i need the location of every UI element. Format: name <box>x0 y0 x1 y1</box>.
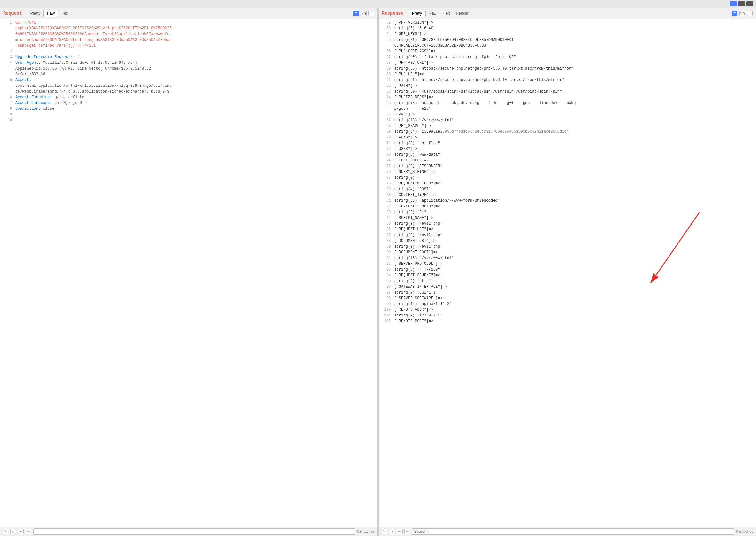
request-forward-icon[interactable]: → <box>25 529 31 534</box>
resp-line-97: 97 string(7) "CGI/1.1" <box>379 290 756 296</box>
request-gear-icon[interactable]: ⚙ <box>10 529 16 534</box>
request-line-7: 7 Accept-Language: zh-CN,zh;q=0.9 <box>0 101 378 107</box>
request-tab-bar: Pretty Raw Hex ≡ \n ⋮ <box>27 10 374 17</box>
request-line-5: 5 Accept: <box>0 78 378 84</box>
resp-line-77: 77 string(0) "" <box>379 176 756 181</box>
tab-request-pretty[interactable]: Pretty <box>27 10 43 17</box>
resp-line-96: 96 ["GATEWAY_INTERFACE"]=> <box>379 285 756 290</box>
resp-line-98: 98 ["SERVER_SOFTWARE"]=> <box>379 296 756 302</box>
tab-response-render[interactable]: Render <box>453 10 472 17</box>
resp-line-74: 74 ["FCGI_ROLE"]=> <box>379 158 756 164</box>
request-line-1e: _dump(get_defined_vars()); HTTP/1.1 <box>0 43 378 49</box>
request-help-icon[interactable]: ? <box>3 529 8 534</box>
resp-line-92: 92 ["SERVER_PROTOCOL"]=> <box>379 262 756 267</box>
format-icon[interactable]: ≡ <box>353 11 359 16</box>
resp-line-80a: 80 string(4) "POST" <box>379 187 756 193</box>
tab-response-raw[interactable]: Raw <box>426 10 440 17</box>
response-forward-icon[interactable]: → <box>405 529 410 534</box>
resp-line-91: 91 string(13) "/var/www/html" <box>379 256 756 262</box>
resp-line-66: 66 ["PWD"]=> <box>379 112 756 118</box>
response-header: Response Pretty Raw Hex Render ≡ \n ⋮ <box>379 8 756 19</box>
request-line-9: 9 <box>0 112 378 118</box>
resp-line-99: 99 string(12) "nginx/1.14.2" <box>379 302 756 308</box>
resp-line-59: 59 string(65) "https://secure.php.net/ge… <box>379 66 756 72</box>
request-line-6: 6 Accept-Encoding: gzip, deflate <box>0 95 378 101</box>
request-matches-label: 0 matches <box>357 529 375 534</box>
view-toggle-btn-2[interactable] <box>738 1 745 6</box>
resp-line-83: 83 string(2) "31" <box>379 210 756 216</box>
resp-line-53: 53 string(6) "5.6.40" <box>379 26 756 32</box>
resp-line-65b: pkgconf re2c" <box>379 107 756 112</box>
resp-line-70: 70 ["FLAG"]=> <box>379 135 756 141</box>
resp-line-88: 88 ["DOCUMENT_URI"]=> <box>379 239 756 244</box>
resp-line-76: 76 ["QUERY_STRING"]=> <box>379 170 756 176</box>
resp-line-54: 54 ["GPG_KEYS"]=> <box>379 32 756 38</box>
tab-request-hex[interactable]: Hex <box>58 10 71 17</box>
request-bottom-bar: ? ⚙ ← → 0 matches <box>0 527 378 536</box>
response-menu-icon[interactable]: ⋮ <box>747 11 753 16</box>
response-bottom-bar: ? ⚙ ← → 0 matches <box>379 527 756 536</box>
main-container: Request Pretty Raw Hex ≡ \n ⋮ 1 GET /?ur… <box>0 8 756 527</box>
resp-line-101: 101 string(9) "127.0.0.1" <box>379 313 756 319</box>
response-back-icon[interactable]: ← <box>397 529 403 534</box>
resp-line-102: 102 ["REMOTE_PORT"]=> <box>379 319 756 325</box>
resp-line-60: 60 ["PHP_URL"]=> <box>379 72 756 78</box>
resp-line-61: 61 string(61) "https://secure.php.net/ge… <box>379 78 756 84</box>
request-line-1d: m-urlencoded%250D%250AContent-Length%3A3… <box>0 38 378 43</box>
response-format-icon[interactable]: ≡ <box>732 11 738 16</box>
resp-line-58: 58 ["PHP_ASC_URL"]=> <box>379 61 756 66</box>
request-back-icon[interactable]: ← <box>18 529 24 534</box>
response-toolbar: ≡ \n ⋮ <box>732 11 753 16</box>
request-line-4: 4 User-Agent: Mozilla/5.0 (Windows NT 10… <box>0 61 378 66</box>
view-toggle-btn-1[interactable] <box>730 1 737 6</box>
resp-line-82: 82 ["CONTENT_LENGTH"]=> <box>379 204 756 210</box>
response-help-icon[interactable]: ? <box>381 529 387 534</box>
request-header: Request Pretty Raw Hex ≡ \n ⋮ <box>0 8 378 19</box>
resp-line-84: 84 ["SCRIPT_NAME"]=> <box>379 216 756 221</box>
bottom-container: ? ⚙ ← → 0 matches ? ⚙ ← → 0 matches <box>0 527 756 536</box>
menu-icon[interactable]: ⋮ <box>369 11 374 16</box>
response-content: 52 ["PHP_VERSION"]=> 53 string(6) "5.6.4… <box>379 19 756 527</box>
response-tab-bar: Pretty Raw Hex Render ≡ \n ⋮ <box>409 10 753 17</box>
response-title: Response <box>382 11 404 16</box>
resp-line-87: 87 string(9) "/evil.php" <box>379 233 756 239</box>
request-title: Request <box>3 11 22 16</box>
request-line-10: 10 <box>0 118 378 124</box>
resp-line-89: 89 string(9) "/evil.php" <box>379 244 756 250</box>
resp-line-63: 63 string(60) "/usr/local/sbin:/usr/loca… <box>379 89 756 95</box>
request-line-5b: text/html,application/xhtml+xml,applicat… <box>0 84 378 89</box>
resp-line-75: 75 string(9) "RESPONDER" <box>379 164 756 170</box>
resp-line-57: 57 string(40) "-fstack-protector-strong … <box>379 55 756 61</box>
response-search-input[interactable] <box>412 528 734 535</box>
resp-line-69: 69 string(64) "1369a51e23995d7fbd1c5342e… <box>379 129 756 135</box>
resp-line-73: 73 string(8) "www-data" <box>379 152 756 158</box>
resp-line-100: 100 ["REMOTE_ADDR"]=> <box>379 308 756 313</box>
resp-line-85: 85 string(9) "/evil.php" <box>379 221 756 227</box>
response-newline-icon[interactable]: \n <box>739 11 745 16</box>
response-gear-icon[interactable]: ⚙ <box>389 529 395 534</box>
resp-line-62: 62 ["PATH"]=> <box>379 84 756 89</box>
request-line-2: 2 <box>0 49 378 55</box>
request-search-input[interactable] <box>33 528 355 535</box>
request-line-4c: Safari/537.36 <box>0 72 378 78</box>
resp-line-90: 90 ["DOCUMENT_ROOT"]=> <box>379 250 756 256</box>
resp-line-81: 81 string(33) "application/x-www-form-ur… <box>379 198 756 204</box>
resp-line-94: 94 ["REQUEST_SCHEME"]=> <box>379 273 756 279</box>
tab-response-pretty[interactable]: Pretty <box>409 10 426 17</box>
request-toolbar: ≡ \n ⋮ <box>353 11 374 16</box>
view-toggle-btn-3[interactable] <box>746 1 753 6</box>
resp-line-71: 71 string(8) "not_flag" <box>379 141 756 147</box>
tab-request-raw[interactable]: Raw <box>43 10 58 17</box>
request-line-1b: gopher%3A%2F%2F0%3A80%2F_POST%2520%2Fevi… <box>0 26 378 32</box>
resp-line-72: 72 ["USER"]=> <box>379 147 756 152</box>
tab-response-hex[interactable]: Hex <box>440 10 453 17</box>
resp-line-95: 95 string(4) "http" <box>379 279 756 285</box>
response-pane: Response Pretty Raw Hex Render ≡ \n ⋮ <box>379 8 756 527</box>
resp-line-68: 68 ["PHP_SHA256"]=> <box>379 124 756 129</box>
response-matches-label: 0 matches <box>736 529 753 534</box>
resp-line-78: 78 ["REQUEST_METHOD"]=> <box>379 181 756 187</box>
resp-line-80b: 80 ["CONTENT_TYPE"]=> <box>379 193 756 198</box>
top-bar <box>0 0 756 8</box>
resp-line-93: 93 string(8) "HTTP/1.0" <box>379 267 756 273</box>
newline-icon[interactable]: \n <box>361 11 367 16</box>
